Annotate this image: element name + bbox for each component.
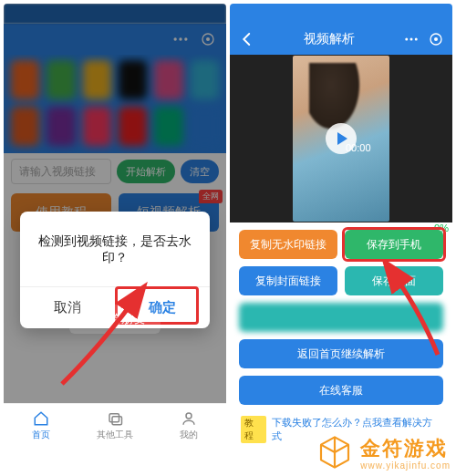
nav-tools-label: 其他工具 xyxy=(97,429,133,441)
user-icon xyxy=(181,410,197,427)
back-home-button[interactable]: 返回首页继续解析 xyxy=(239,339,443,368)
action-buttons: 复制无水印链接 保存到手机 复制封面链接 保存封面 返回首页继续解析 在线客服 xyxy=(230,222,452,412)
video-preview[interactable]: 00:00 xyxy=(230,55,452,222)
svg-point-12 xyxy=(434,37,438,41)
svg-point-7 xyxy=(186,413,192,419)
cube-icon xyxy=(316,434,353,471)
copy-nowatermark-button[interactable]: 复制无水印链接 xyxy=(239,230,337,259)
svg-rect-5 xyxy=(109,413,119,421)
bottom-nav: 首页 其他工具 我的 xyxy=(4,403,226,447)
home-icon xyxy=(33,410,49,427)
back-icon[interactable] xyxy=(239,31,255,47)
svg-point-8 xyxy=(405,38,408,41)
page-title: 视频解析 xyxy=(255,31,403,47)
modal-backdrop xyxy=(4,4,226,410)
tools-icon xyxy=(107,410,123,427)
svg-point-9 xyxy=(410,38,413,41)
nav-home[interactable]: 首页 xyxy=(4,404,78,447)
blurred-button[interactable] xyxy=(239,303,443,332)
nav-tools[interactable]: 其他工具 xyxy=(78,404,151,447)
nav-mine[interactable]: 我的 xyxy=(152,404,226,447)
save-to-phone-button[interactable]: 保存到手机 xyxy=(345,230,443,259)
phone-right: 视频解析 00:00 0% 复制无水印链接 保存到手机 xyxy=(230,4,452,447)
help-tag: 教程 xyxy=(241,416,266,443)
save-cover-button[interactable]: 保存封面 xyxy=(345,266,443,295)
customer-service-button[interactable]: 在线客服 xyxy=(239,376,443,405)
stage: 请输入视频链接 开始解析 清空 使用教程 短视频解析 全网 检测到视频链接，是否… xyxy=(0,0,456,476)
close-miniapp-icon[interactable] xyxy=(429,32,443,47)
more-icon[interactable] xyxy=(403,31,420,47)
recommend-button[interactable]: 推荐给朋友 xyxy=(69,305,161,334)
svg-rect-6 xyxy=(112,416,122,424)
nav-home-label: 首页 xyxy=(32,429,50,441)
watermark-url: www.yikajinfu.com xyxy=(360,460,451,471)
save-to-phone-label: 保存到手机 xyxy=(367,237,421,253)
watermark-brand: 金符游戏 xyxy=(360,435,451,462)
status-bar xyxy=(230,4,452,24)
page-header: 视频解析 xyxy=(230,24,452,55)
video-time: 00:00 xyxy=(346,142,371,153)
svg-point-10 xyxy=(415,38,418,41)
dialog-message: 检测到视频链接，是否去水印？ xyxy=(20,212,210,286)
phones: 请输入视频链接 开始解析 清空 使用教程 短视频解析 全网 检测到视频链接，是否… xyxy=(4,4,452,447)
copy-cover-button[interactable]: 复制封面链接 xyxy=(239,266,337,295)
nav-mine-label: 我的 xyxy=(180,429,198,441)
phone-left: 请输入视频链接 开始解析 清空 使用教程 短视频解析 全网 检测到视频链接，是否… xyxy=(4,4,226,447)
watermark: 金符游戏 www.yikajinfu.com xyxy=(316,434,451,471)
